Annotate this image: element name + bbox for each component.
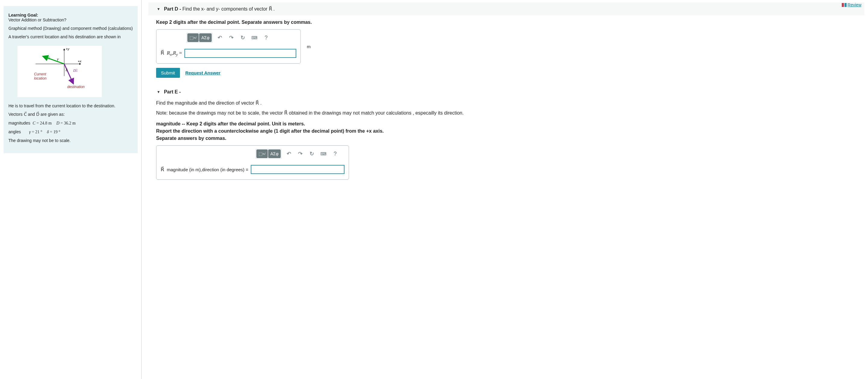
delta-label: δ — [66, 68, 68, 72]
part-e-note: Note: because the drawings may not be to… — [156, 109, 864, 119]
part-e-header[interactable]: ▼ Part E - — [148, 86, 864, 95]
travel-text: He is to travel from the current locatio… — [8, 104, 133, 108]
toolbar-e: ⬚x√ ΑΣφ ↶ ↷ ↻ ⌨ ? — [156, 146, 349, 162]
magnitudes-line: magnitudes C = 24.8 m D = 36.2 m — [8, 121, 133, 126]
svg-rect-5 — [844, 3, 846, 7]
part-d-instructions: Keep 2 digits after the decimal point. S… — [156, 20, 864, 25]
undo-button[interactable]: ↶ — [215, 33, 224, 42]
current-loc-label-1: Current — [34, 72, 46, 76]
right-column: Review ▼ Part D - Find the x- and y- com… — [142, 0, 868, 379]
help-button[interactable]: ? — [261, 33, 271, 42]
reset-button[interactable]: ↻ — [307, 150, 316, 158]
help-button[interactable]: ? — [331, 150, 340, 158]
vector-d-label: D⃗ — [73, 68, 78, 73]
redo-button[interactable]: ↷ — [296, 150, 305, 158]
answer-e-input[interactable] — [251, 165, 344, 174]
greek-button[interactable]: ΑΣφ — [268, 150, 281, 158]
axis-x-label: +x — [78, 59, 82, 63]
part-e-body: Find the magnitude and the direction of … — [156, 99, 864, 180]
learning-goal-title: Learning Goal: — [8, 13, 38, 18]
answer-d-unit: m — [304, 44, 311, 49]
gamma-label: γ — [57, 57, 59, 61]
review-link[interactable]: Review — [842, 2, 861, 7]
axis-y-label: +y — [66, 47, 70, 51]
angles-line: angles γ = 21 ° δ = 19 ° — [8, 129, 133, 135]
destination-label: destination — [67, 85, 85, 89]
svg-rect-4 — [842, 3, 844, 7]
templates-button[interactable]: ⬚x√ — [256, 150, 268, 158]
redo-button[interactable]: ↷ — [227, 33, 236, 42]
review-icon — [842, 3, 846, 7]
svg-line-3 — [64, 64, 73, 84]
templates-button[interactable]: ⬚x√ — [187, 33, 198, 42]
answer-d-input[interactable] — [184, 49, 296, 58]
collapse-icon: ▼ — [157, 7, 160, 11]
vector-diagram: +y +x C⃗ γ D⃗ δ Current location destina… — [18, 46, 102, 97]
part-d-label: Part D - — [164, 6, 182, 11]
part-d-header[interactable]: ▼ Part D - Find the x- and y- components… — [148, 2, 864, 16]
vectors-given-line: Vectors C⃗ and D⃗ are given as: — [8, 112, 133, 117]
undo-button[interactable]: ↶ — [284, 150, 293, 158]
reset-button[interactable]: ↻ — [238, 33, 247, 42]
part-e-line2: Report the direction with a counterclock… — [156, 128, 864, 134]
learning-goal-text: Vector Addition or Subtraction? — [8, 18, 66, 22]
answer-d-prefix: R⃗ Rx,Ry = — [161, 50, 182, 57]
location-text: A traveler's current location and his de… — [8, 34, 133, 39]
keyboard-button[interactable]: ⌨ — [318, 150, 328, 158]
current-loc-label-2: location — [34, 76, 47, 81]
part-d-body: Keep 2 digits after the decimal point. S… — [156, 20, 864, 78]
method-text: Graphical method (Drawing) and component… — [8, 26, 133, 31]
part-e-subtitle: Find the magnitude and the direction of … — [156, 99, 864, 109]
toolbar-d: ⬚x√ ΑΣφ ↶ ↷ ↻ ⌨ ? — [156, 30, 301, 46]
answer-e-prefix: R⃗ magnitude (in m),direction (in degree… — [161, 167, 248, 173]
request-answer-link-d[interactable]: Request Answer — [185, 70, 221, 76]
vector-c-label: C⃗ — [46, 56, 50, 60]
part-e-label: Part E - — [164, 89, 181, 95]
part-e-line1: magnitude -- Keep 2 digits after the dec… — [156, 121, 864, 127]
submit-button-d[interactable]: Submit — [156, 68, 180, 78]
answer-box-d: ⬚x√ ΑΣφ ↶ ↷ ↻ ⌨ ? R⃗ Rx,Ry = — [156, 29, 301, 64]
learning-goal-panel: Learning Goal: Vector Addition or Subtra… — [4, 6, 138, 153]
collapse-icon: ▼ — [157, 90, 160, 94]
greek-button[interactable]: ΑΣφ — [199, 33, 212, 42]
left-column: Learning Goal: Vector Addition or Subtra… — [0, 0, 142, 379]
scale-note: The drawing may not be to scale. — [8, 138, 133, 143]
keyboard-button[interactable]: ⌨ — [250, 33, 259, 42]
part-e-line3: Separate answers by commas. — [156, 136, 864, 141]
answer-box-e: ⬚x√ ΑΣφ ↶ ↷ ↻ ⌨ ? R⃗ magnitude (in m),di… — [156, 145, 349, 180]
